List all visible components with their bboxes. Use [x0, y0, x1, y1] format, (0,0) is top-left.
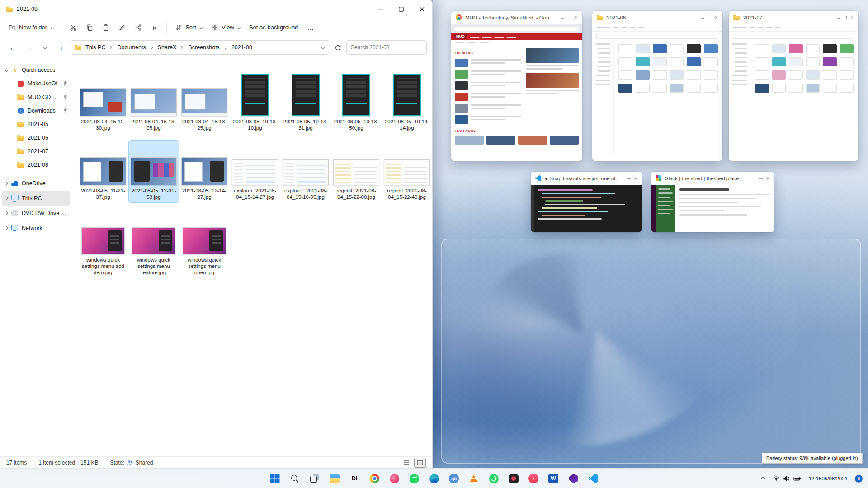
taskbar-vlc-button[interactable] [464, 469, 483, 488]
set-as-background-button[interactable]: Set as background [245, 21, 302, 34]
sidebar-item[interactable]: 2021-06 [2, 131, 70, 145]
taskbar-edge-button[interactable] [425, 469, 443, 488]
chevron-right-icon[interactable] [5, 211, 8, 215]
chevron-down-icon[interactable] [5, 68, 8, 72]
file-tile[interactable]: windows quick settings menu open.jpg [179, 210, 229, 278]
sidebar-item[interactable]: Downloads [2, 104, 70, 117]
breadcrumb-segment[interactable]: ShareX [156, 44, 185, 51]
taskbar-file-explorer-button[interactable] [325, 469, 344, 488]
file-tile[interactable]: 2021-08-05_10-13-31.jpg [281, 71, 330, 133]
file-tile[interactable]: regedit_2021-08-04_15-22-40.jpg [382, 141, 430, 202]
notification-center-button[interactable]: 9 [853, 469, 864, 488]
sidebar-root-item[interactable]: This PC [2, 191, 70, 206]
sidebar-quick-access[interactable]: Quick access [2, 63, 70, 77]
file-thumbnail-box [241, 73, 269, 116]
clock[interactable]: 12:15 05/08/2021 [807, 469, 849, 488]
file-tile[interactable]: 2021-08-05_10-13-10.jpg [230, 71, 280, 133]
taskbar-word-button[interactable]: W [544, 469, 563, 488]
chevron-right-icon[interactable] [5, 226, 8, 230]
sidebar-root-item[interactable]: OneDrive [2, 176, 70, 191]
taskbar-vscode-button[interactable] [584, 469, 603, 488]
taskbar-spotify-button[interactable] [405, 469, 424, 488]
maximize-button[interactable] [391, 0, 411, 18]
sidebar-item[interactable]: 2021-08 [2, 158, 70, 172]
hidden-icons-button[interactable] [760, 469, 767, 488]
file-tile[interactable]: 2021-08-05_11-21-37.jpg [78, 141, 128, 202]
snap-preview-explorer-2021-07[interactable]: 2021-07 [729, 11, 858, 161]
file-tile[interactable]: explorer_2021-08-04_15-16-05.jpg [281, 141, 330, 202]
taskbar-task-view-button[interactable] [305, 469, 324, 488]
taskbar-itunes-button[interactable]: ♪ [524, 469, 543, 488]
minimize-button[interactable] [370, 0, 391, 18]
chevron-down-icon [237, 25, 241, 29]
refresh-button[interactable] [331, 41, 344, 54]
file-tile[interactable]: 2021-08-04_15-13-05.jpg [129, 71, 179, 133]
file-thumbnail-box [80, 142, 126, 185]
taskbar-qbittorrent-button[interactable]: qb [444, 469, 463, 488]
taskbar-visual-studio-button[interactable] [564, 469, 583, 488]
close-button[interactable] [411, 0, 432, 18]
sidebar-item[interactable]: MUO GD Screen [2, 90, 70, 104]
file-tile[interactable]: 2021-08-05_12-14-27.jpg [179, 141, 229, 202]
snap-empty-zone[interactable] [441, 239, 861, 464]
rename-button[interactable] [114, 21, 130, 34]
recent-locations-button[interactable] [38, 40, 52, 55]
file-tile[interactable]: 2021-08-04_15-13-25.jpg [179, 71, 229, 133]
address-bar[interactable]: This PC Documents ShareX [71, 40, 329, 55]
file-tile[interactable]: explorer_2021-08-04_15-14-27.jpg [230, 141, 280, 202]
breadcrumb-segment[interactable]: This PC [83, 44, 114, 51]
forward-button[interactable]: → [22, 40, 36, 55]
explorer-titlebar: 2021-08 [0, 0, 432, 18]
large-icons-view-button[interactable] [414, 458, 426, 468]
thumbnail-qs-dark [292, 74, 320, 116]
chevron-right-icon[interactable] [5, 196, 8, 200]
snap-preview-muo-chrome[interactable]: MUO - Technology, Simplified. - Goog... … [451, 11, 582, 161]
back-button[interactable]: ← [5, 40, 20, 55]
up-button[interactable]: ↑ [54, 40, 69, 55]
sidebar-item[interactable]: 2021-07 [2, 145, 70, 158]
copy-button[interactable] [82, 21, 97, 34]
delete-button[interactable] [147, 21, 162, 34]
snap-preview-explorer-2021-06[interactable]: 2021-06 [592, 11, 722, 161]
sidebar-item[interactable]: 2021-05 [2, 117, 70, 131]
file-tile[interactable]: windows quick settings menu feature.jpg [129, 210, 179, 278]
taskbar-start-button[interactable] [265, 469, 284, 488]
search-input[interactable] [346, 40, 427, 55]
sort-button[interactable]: Sort [171, 21, 206, 34]
taskbar-pocket-button[interactable] [504, 469, 523, 488]
breadcrumb-segment[interactable]: Documents [115, 44, 154, 51]
view-button[interactable]: View [207, 21, 244, 34]
more-options-button[interactable]: … [303, 20, 318, 34]
snap-preview-vscode[interactable]: ● Snap Layouts are just one of... [531, 172, 642, 232]
cut-button[interactable] [66, 21, 81, 34]
file-tile[interactable]: 2021-08-05_12-01-53.jpg [129, 141, 179, 202]
file-thumbnail-box [333, 142, 379, 185]
snap-preview-slack[interactable]: Slack | the-shed | theshed.place [651, 172, 774, 232]
preview-titlebar: MUO - Technology, Simplified. - Goog... [451, 11, 582, 24]
file-tile[interactable]: regedit_2021-08-04_15-22-00.jpg [331, 141, 381, 202]
file-tile[interactable]: 2021-08-04_15-12-30.jpg [78, 71, 128, 133]
taskbar-search-button[interactable] [285, 469, 304, 488]
details-view-button[interactable] [401, 458, 412, 468]
taskbar-chrome-button[interactable] [365, 469, 384, 488]
file-tile[interactable]: 2021-08-05_10-14-14.jpg [382, 71, 430, 133]
file-tile[interactable]: windows quick settings menu add item.jpg [78, 210, 128, 278]
sidebar-root-item[interactable]: Network [2, 221, 70, 235]
address-dropdown-icon[interactable] [321, 46, 325, 49]
new-folder-button[interactable]: New folder [5, 21, 57, 34]
sidebar-item[interactable]: MakeUseOf [2, 77, 70, 90]
breadcrumb-segment[interactable]: 2021-08 [229, 44, 255, 51]
folder-icon [17, 134, 24, 142]
breadcrumb-segment[interactable]: Screenshots [186, 44, 228, 51]
view-label: View [222, 24, 234, 31]
taskbar-whatsapp-button[interactable] [484, 469, 503, 488]
close-icon [850, 16, 854, 19]
file-tile[interactable]: 2021-08-05_10-13-50.jpg [331, 71, 381, 133]
chevron-right-icon[interactable] [5, 181, 8, 185]
taskbar-di-button[interactable]: DI [345, 469, 364, 488]
taskbar-paint-button[interactable] [385, 469, 404, 488]
share-button[interactable] [131, 21, 146, 34]
network-volume-battery-button[interactable] [770, 469, 803, 488]
sidebar-root-item[interactable]: DVD RW Drive (D:) A [2, 206, 70, 221]
paste-button[interactable] [98, 21, 113, 34]
